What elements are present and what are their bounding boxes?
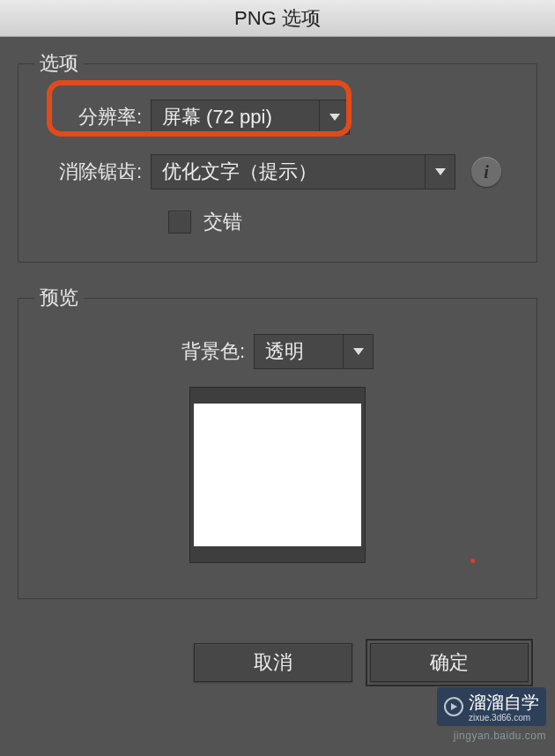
info-icon[interactable]: i xyxy=(471,157,501,187)
watermark-domain: zixue.3d66.com xyxy=(469,713,539,723)
watermark-url: jingyan.baidu.com xyxy=(454,730,546,742)
resolution-dropdown[interactable]: 屏幕 (72 ppi) xyxy=(151,100,350,135)
preview-thumbnail xyxy=(194,404,361,546)
preview-group: 预览 背景色: 透明 xyxy=(18,298,537,599)
svg-marker-3 xyxy=(451,703,457,710)
antialias-value: 优化文字（提示） xyxy=(152,155,425,189)
window-title: PNG 选项 xyxy=(0,0,555,37)
resolution-value: 屏幕 (72 ppi) xyxy=(152,100,319,134)
antialias-dropdown[interactable]: 优化文字（提示） xyxy=(151,154,455,189)
preview-group-label: 预览 xyxy=(34,285,84,311)
play-icon xyxy=(444,697,463,716)
antialias-row: 消除锯齿: 优化文字（提示） i xyxy=(45,154,510,189)
options-group: 选项 分辨率: 屏幕 (72 ppi) 消除锯齿: 优化文字（提示） i xyxy=(18,63,537,263)
options-group-label: 选项 xyxy=(34,50,84,77)
cancel-button[interactable]: 取消 xyxy=(194,643,352,682)
chevron-down-icon[interactable] xyxy=(343,335,373,368)
bgcolor-label: 背景色: xyxy=(181,338,245,365)
svg-marker-1 xyxy=(435,168,446,175)
chevron-down-icon[interactable] xyxy=(319,100,349,134)
bgcolor-value: 透明 xyxy=(255,335,343,368)
resolution-row: 分辨率: 屏幕 (72 ppi) xyxy=(45,100,510,135)
svg-marker-0 xyxy=(329,114,340,121)
resolution-label: 分辨率: xyxy=(45,104,142,130)
interlaced-checkbox[interactable] xyxy=(168,211,191,233)
dialog-content: 选项 分辨率: 屏幕 (72 ppi) 消除锯齿: 优化文字（提示） i xyxy=(0,37,555,700)
bgcolor-row: 背景色: 透明 xyxy=(45,334,510,369)
preview-thumbnail-frame xyxy=(189,387,366,563)
red-dot xyxy=(470,559,475,563)
interlaced-row: 交错 xyxy=(168,209,510,235)
ok-button[interactable]: 确定 xyxy=(370,643,529,682)
button-row: 取消 确定 xyxy=(18,634,537,682)
chevron-down-icon[interactable] xyxy=(425,155,455,189)
bgcolor-dropdown[interactable]: 透明 xyxy=(254,334,374,369)
interlaced-label: 交错 xyxy=(204,209,242,235)
antialias-label: 消除锯齿: xyxy=(45,159,142,185)
svg-marker-2 xyxy=(353,348,364,355)
